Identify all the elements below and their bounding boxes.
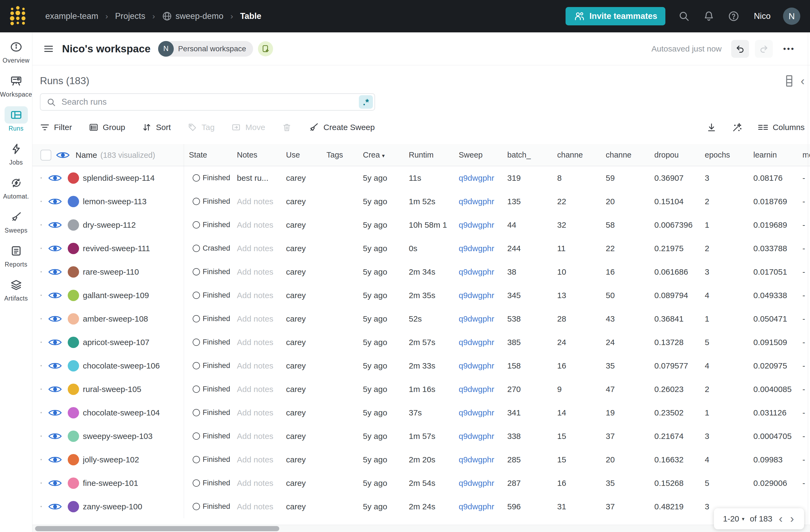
run-name-link[interactable]: revived-sweep-111 xyxy=(83,244,150,253)
run-notes-cell[interactable]: Add notes xyxy=(232,479,281,488)
help-icon[interactable] xyxy=(727,10,740,22)
row-drag-handle[interactable] xyxy=(40,318,42,319)
run-name-link[interactable]: apricot-sweep-107 xyxy=(83,338,149,347)
run-visibility-eye-icon[interactable] xyxy=(48,197,62,206)
search-icon[interactable] xyxy=(678,10,690,22)
run-visibility-eye-icon[interactable] xyxy=(48,291,62,300)
col-header-state[interactable]: State xyxy=(184,150,232,159)
row-drag-handle[interactable] xyxy=(40,459,42,460)
run-visibility-eye-icon[interactable] xyxy=(48,408,62,417)
col-header-learning-rate[interactable]: learnin xyxy=(748,150,798,159)
run-color-dot[interactable] xyxy=(68,407,79,418)
horizontal-scrollbar-thumb[interactable] xyxy=(35,526,279,531)
sweep-link[interactable]: q9dwgphr xyxy=(459,361,494,370)
row-drag-handle[interactable] xyxy=(40,177,42,179)
sort-button[interactable]: Sort xyxy=(142,123,171,132)
workspace-menu-icon[interactable] xyxy=(43,43,55,55)
sweep-link[interactable]: q9dwgphr xyxy=(459,502,494,511)
run-visibility-eye-icon[interactable] xyxy=(48,244,62,253)
undo-button[interactable] xyxy=(731,40,749,58)
sweep-link[interactable]: q9dwgphr xyxy=(459,221,494,229)
run-name-link[interactable]: fine-sweep-101 xyxy=(83,479,138,488)
breadcrumb-project[interactable]: sweep-demo xyxy=(162,11,223,21)
run-color-dot[interactable] xyxy=(68,266,79,278)
run-notes-cell[interactable]: Add notes xyxy=(232,221,281,229)
run-notes-cell[interactable]: Add notes xyxy=(232,361,281,370)
run-notes-cell[interactable]: Add notes xyxy=(232,385,281,394)
run-name-link[interactable]: rare-sweep-110 xyxy=(83,267,139,276)
run-color-dot[interactable] xyxy=(68,454,79,465)
run-visibility-eye-icon[interactable] xyxy=(48,479,62,487)
row-drag-handle[interactable] xyxy=(40,271,42,273)
run-name-link[interactable]: amber-sweep-108 xyxy=(83,314,148,323)
user-name-label[interactable]: Nico xyxy=(754,11,771,21)
row-drag-handle[interactable] xyxy=(40,224,42,226)
run-name-link[interactable]: lemon-sweep-113 xyxy=(83,197,146,206)
invite-teammates-button[interactable]: Invite teammates xyxy=(566,7,665,26)
sidebar-item-automations[interactable]: Automat. xyxy=(0,174,32,200)
run-color-dot[interactable] xyxy=(68,243,79,254)
run-notes-cell[interactable]: best ru... xyxy=(232,174,281,183)
col-header-tags[interactable]: Tags xyxy=(322,150,358,159)
sweep-link[interactable]: q9dwgphr xyxy=(459,432,494,440)
run-color-dot[interactable] xyxy=(68,219,79,231)
run-name-link[interactable]: jolly-sweep-102 xyxy=(83,455,139,464)
row-drag-handle[interactable] xyxy=(40,295,42,296)
collapse-panel-chevron-icon[interactable]: ‹ xyxy=(800,75,805,87)
sweep-link[interactable]: q9dwgphr xyxy=(459,174,494,182)
run-notes-cell[interactable]: Add notes xyxy=(232,455,281,464)
magic-wand-button[interactable] xyxy=(732,122,743,133)
run-visibility-eye-icon[interactable] xyxy=(48,502,62,511)
col-header-notes[interactable]: Notes xyxy=(232,150,281,159)
sidebar-item-sweeps[interactable]: Sweeps xyxy=(0,208,32,234)
sidebar-item-jobs[interactable]: Jobs xyxy=(0,140,32,166)
sweep-link[interactable]: q9dwgphr xyxy=(459,314,494,323)
notifications-bell-icon[interactable] xyxy=(702,10,715,22)
columns-button[interactable]: Columns xyxy=(758,123,805,132)
run-name-link[interactable]: rural-sweep-105 xyxy=(83,385,141,394)
col-header-user[interactable]: Use xyxy=(281,150,322,159)
row-drag-handle[interactable] xyxy=(40,201,42,202)
sweep-link[interactable]: q9dwgphr xyxy=(459,267,494,276)
run-name-link[interactable]: zany-sweep-100 xyxy=(83,502,142,511)
run-name-link[interactable]: dry-sweep-112 xyxy=(83,221,136,229)
sweep-link[interactable]: q9dwgphr xyxy=(459,479,494,487)
sidebar-item-workspace[interactable]: Workspace xyxy=(0,72,32,98)
run-color-dot[interactable] xyxy=(68,172,79,184)
row-drag-handle[interactable] xyxy=(40,365,42,366)
run-visibility-eye-icon[interactable] xyxy=(48,221,62,229)
run-notes-cell[interactable]: Add notes xyxy=(232,338,281,347)
sweep-link[interactable]: q9dwgphr xyxy=(459,244,494,253)
sidebar-item-artifacts[interactable]: Artifacts xyxy=(0,276,32,302)
customize-workspace-button[interactable] xyxy=(258,41,273,57)
select-all-checkbox[interactable] xyxy=(40,150,51,161)
run-name-link[interactable]: sweepy-sweep-103 xyxy=(83,432,152,441)
sweep-link[interactable]: q9dwgphr xyxy=(459,338,494,346)
next-page-chevron-icon[interactable]: › xyxy=(789,513,795,525)
col-header-runtime[interactable]: Runtim xyxy=(404,150,454,159)
run-notes-cell[interactable]: Add notes xyxy=(232,267,281,276)
run-visibility-eye-icon[interactable] xyxy=(48,432,62,440)
run-visibility-eye-icon[interactable] xyxy=(48,174,62,182)
col-header-epochs[interactable]: epochs xyxy=(700,150,748,159)
personal-workspace-pill[interactable]: N Personal workspace xyxy=(158,41,253,57)
run-name-link[interactable]: chocolate-sweep-104 xyxy=(83,408,160,417)
prev-page-chevron-icon[interactable]: ‹ xyxy=(778,513,784,525)
group-button[interactable]: Group xyxy=(89,123,125,132)
run-name-link[interactable]: chocolate-sweep-106 xyxy=(83,361,160,370)
sweep-link[interactable]: q9dwgphr xyxy=(459,455,494,464)
regex-toggle-button[interactable]: .* xyxy=(359,95,373,109)
filter-button[interactable]: Filter xyxy=(40,123,72,132)
breadcrumb-projects[interactable]: Projects xyxy=(115,11,145,21)
run-color-dot[interactable] xyxy=(68,360,79,371)
run-visibility-eye-icon[interactable] xyxy=(48,455,62,464)
run-notes-cell[interactable]: Add notes xyxy=(232,244,281,253)
sweep-link[interactable]: q9dwgphr xyxy=(459,408,494,417)
col-header-sweep[interactable]: Sweep xyxy=(454,150,502,159)
row-drag-handle[interactable] xyxy=(40,412,42,413)
run-color-dot[interactable] xyxy=(68,501,79,512)
run-visibility-eye-icon[interactable] xyxy=(48,338,62,346)
run-notes-cell[interactable]: Add notes xyxy=(232,291,281,300)
run-visibility-eye-icon[interactable] xyxy=(48,315,62,323)
create-sweep-button[interactable]: Create Sweep xyxy=(308,122,375,133)
